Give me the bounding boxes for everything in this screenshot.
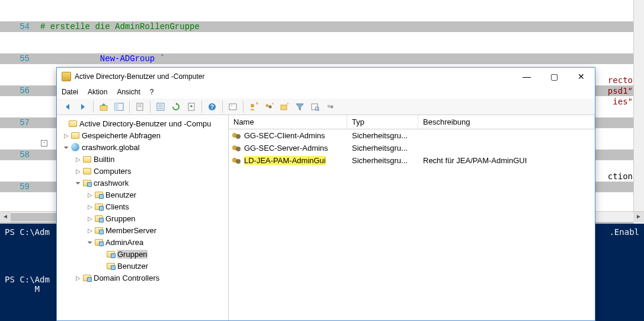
close-button[interactable]: ✕	[568, 68, 595, 85]
forward-button[interactable]	[76, 100, 90, 114]
col-type[interactable]: Typ	[347, 115, 418, 129]
col-desc[interactable]: Beschreibung	[418, 115, 595, 129]
minimize-button[interactable]: —	[513, 68, 540, 85]
export-button[interactable]	[184, 100, 198, 114]
object-list[interactable]: Name Typ Beschreibung GG-SEC-Client-Admi…	[229, 115, 595, 320]
clipped-code: recto	[608, 75, 633, 85]
menubar: Datei Aktion Ansicht ?	[57, 85, 595, 98]
svg-rect-13	[229, 104, 236, 110]
grid-header: Name Typ Beschreibung	[229, 115, 595, 129]
menu-help[interactable]: ?	[150, 88, 154, 96]
svg-point-15	[251, 104, 254, 107]
svg-point-18	[269, 105, 272, 108]
tree-crashwork[interactable]: ⏷crashwork	[57, 177, 228, 189]
svg-text:?: ?	[210, 104, 214, 110]
svg-text:*: *	[272, 102, 274, 107]
svg-point-25	[328, 104, 331, 107]
tree-saved-queries[interactable]: ▷Gespeicherte Abfragen	[57, 129, 228, 141]
scroll-right-icon[interactable]: ►	[633, 212, 644, 223]
tree-dcs[interactable]: ▷Domain Controllers	[57, 272, 228, 284]
tree-gruppen[interactable]: ▷Gruppen	[57, 212, 228, 224]
find-objects-button[interactable]	[308, 100, 322, 114]
up-button[interactable]	[97, 100, 111, 114]
toolbar: ? * * *	[57, 98, 595, 115]
tree-clients[interactable]: ▷Clients	[57, 201, 228, 212]
svg-point-26	[331, 105, 334, 108]
group-icon	[232, 131, 242, 141]
titlebar[interactable]: Active Directory-Benutzer und -Computer …	[57, 68, 595, 85]
new-ou-button[interactable]: *	[277, 100, 291, 114]
tree-computers[interactable]: ▷Computers	[57, 165, 228, 177]
svg-rect-0	[100, 106, 107, 110]
tree-builtin[interactable]: ▷Builtin	[57, 153, 228, 165]
help-button[interactable]: ?	[205, 100, 219, 114]
list-item-selected[interactable]: LD-JEA-PAM-AdminGui Sicherheitsgru... Re…	[229, 154, 595, 167]
tree-adminarea-benutzer[interactable]: Benutzer	[57, 260, 228, 272]
tree-root[interactable]: Active Directory-Benutzer und -Compu	[57, 117, 228, 129]
aduc-window[interactable]: Active Directory-Benutzer und -Computer …	[56, 67, 595, 321]
tree-adminarea[interactable]: ⏷AdminArea	[57, 236, 228, 248]
prompt: PS C:\Adm	[5, 275, 50, 284]
prompt: PS C:\Adm	[5, 227, 50, 237]
tree-benutzer[interactable]: ▷Benutzer	[57, 189, 228, 201]
scroll-left-icon[interactable]: ◄	[0, 212, 11, 223]
add-to-group-button[interactable]	[323, 100, 338, 114]
navigation-tree[interactable]: Active Directory-Benutzer und -Compu ▷Ge…	[57, 115, 229, 320]
list-item[interactable]: GG-SEC-Client-Admins Sicherheitsgru...	[229, 129, 595, 142]
col-name[interactable]: Name	[229, 115, 347, 129]
svg-rect-14	[230, 105, 233, 106]
cut-button[interactable]	[133, 100, 147, 114]
list-item[interactable]: GG-SEC-Server-Admins Sicherheitsgru...	[229, 142, 595, 154]
svg-text:*: *	[256, 102, 258, 108]
group-icon	[232, 156, 242, 166]
new-user-button[interactable]: *	[246, 100, 261, 114]
menu-action[interactable]: Aktion	[88, 88, 107, 96]
tree-adminarea-gruppen[interactable]: Gruppen	[57, 248, 228, 260]
aduc-icon	[62, 72, 71, 81]
svg-text:*: *	[287, 102, 289, 107]
svg-point-17	[266, 104, 269, 107]
line-number: 54	[0, 21, 40, 32]
window-title: Active Directory-Benutzer und -Computer	[75, 72, 513, 81]
refresh-button[interactable]	[169, 100, 183, 114]
fold-marker[interactable]: -	[41, 140, 47, 147]
group-icon	[232, 144, 242, 153]
show-hide-tree-button[interactable]	[112, 100, 126, 114]
new-group-button[interactable]: *	[262, 100, 276, 114]
tree-memberserver[interactable]: ▷MemberServer	[57, 224, 228, 236]
tree-domain[interactable]: ⏷crashwork.global	[57, 141, 228, 153]
filter-button[interactable]	[293, 100, 307, 114]
menu-view[interactable]: Ansicht	[117, 88, 140, 96]
properties-button[interactable]	[153, 100, 168, 114]
svg-rect-20	[281, 105, 287, 110]
svg-rect-2	[115, 103, 118, 110]
find-button[interactable]	[226, 100, 240, 114]
svg-line-24	[318, 110, 319, 111]
back-button[interactable]	[60, 100, 75, 114]
maximize-button[interactable]: ▢	[540, 68, 568, 85]
menu-file[interactable]: Datei	[62, 88, 78, 96]
